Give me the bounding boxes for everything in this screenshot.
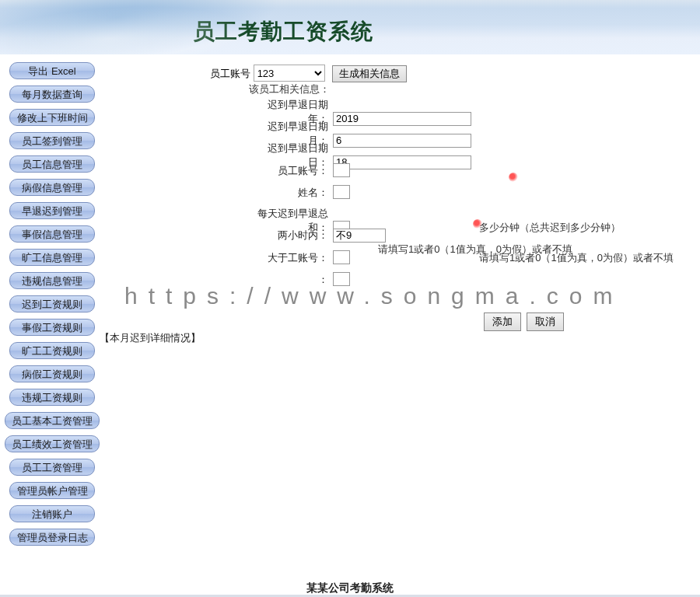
header-banner: 员工考勤工资系统 <box>0 0 700 54</box>
sidebar-item-1[interactable]: 每月数据查询 <box>9 86 95 103</box>
form-input-7[interactable] <box>333 250 350 264</box>
form-row-0: 迟到早退日期年： <box>249 98 700 120</box>
form-input-8[interactable] <box>333 272 350 286</box>
employee-info-label: 该员工相关信息： <box>249 82 330 96</box>
sidebar-item-12[interactable]: 旷工工资规则 <box>9 342 95 359</box>
sidebar-item-19[interactable]: 注销账户 <box>9 505 95 522</box>
sidebar-item-5[interactable]: 病假信息管理 <box>9 179 95 196</box>
form-label: 两小时内： <box>249 229 333 243</box>
sidebar-item-18[interactable]: 管理员帐户管理 <box>9 482 95 499</box>
footer-text: 某某公司考勤系统 <box>0 581 700 595</box>
generate-info-button[interactable]: 生成相关信息 <box>332 65 407 82</box>
form-row-8: ： <box>249 272 700 294</box>
sidebar-item-10[interactable]: 迟到工资规则 <box>9 295 95 312</box>
form-input-6[interactable] <box>333 229 386 243</box>
form-table: 迟到早退日期年：迟到早退日期月：迟到早退日期日：员工账号：姓名：每天迟到早退总和… <box>249 98 700 294</box>
sidebar-item-8[interactable]: 旷工信息管理 <box>9 249 95 266</box>
sidebar-item-14[interactable]: 违规工资规则 <box>9 389 95 406</box>
sidebar-item-7[interactable]: 事假信息管理 <box>9 225 95 243</box>
sidebar-item-6[interactable]: 早退迟到管理 <box>9 202 95 219</box>
cancel-button[interactable]: 取消 <box>527 312 564 331</box>
sidebar-item-15[interactable]: 员工基本工资管理 <box>5 412 100 429</box>
sidebar-item-4[interactable]: 员工信息管理 <box>9 155 95 173</box>
sidebar: 导出 Excel每月数据查询修改上下班时间员工签到管理员工信息管理病假信息管理早… <box>5 62 100 552</box>
add-button[interactable]: 添加 <box>484 312 521 331</box>
form-input-4[interactable] <box>333 185 350 199</box>
form-row-1: 迟到早退日期月： <box>249 120 700 141</box>
account-label: 员工账号 <box>210 67 250 81</box>
form-row-7: 大于工账号：请填写1或者0（1值为真，0为假）或者不填 <box>249 250 700 272</box>
form-hint: 请填写1或者0（1值为真，0为假）或者不填 <box>479 251 674 265</box>
form-actions: 添加 取消 <box>484 312 566 331</box>
account-select-row: 员工账号 123 生成相关信息 <box>210 65 407 82</box>
form-row-5: 每天迟到早退总和：多少分钟（总共迟到多少分钟） <box>249 207 700 229</box>
form-row-3: 员工账号： <box>249 163 700 185</box>
form-input-3[interactable] <box>333 163 350 177</box>
sidebar-item-9[interactable]: 违规信息管理 <box>9 272 95 289</box>
main-area: 员工账号 123 生成相关信息 该员工相关信息： 迟到早退日期年：迟到早退日期月… <box>109 62 700 591</box>
form-row-6: 两小时内：请填写1或者0（1值为真，0为假）或者不填 <box>249 229 700 250</box>
sidebar-item-11[interactable]: 事假工资规则 <box>9 319 95 336</box>
form-row-2: 迟到早退日期日： <box>249 141 700 163</box>
account-select[interactable]: 123 <box>254 65 325 82</box>
section-title: 【本月迟到详细情况】 <box>100 331 201 345</box>
sidebar-item-20[interactable]: 管理员登录日志 <box>9 529 95 546</box>
form-label: 大于工账号： <box>249 251 333 265</box>
form-input-2[interactable] <box>333 155 471 169</box>
form-hint: 多少分钟（总共迟到多少分钟） <box>479 221 621 235</box>
app-title: 员工考勤工资系统 <box>193 17 373 47</box>
sidebar-item-0[interactable]: 导出 Excel <box>9 62 95 79</box>
form-label: 姓名： <box>249 186 333 200</box>
sidebar-item-13[interactable]: 病假工资规则 <box>9 365 95 382</box>
sidebar-item-2[interactable]: 修改上下班时间 <box>9 109 95 126</box>
form-row-4: 姓名： <box>249 185 700 207</box>
form-label: 员工账号： <box>249 164 333 178</box>
sidebar-item-17[interactable]: 员工工资管理 <box>9 459 95 476</box>
sidebar-item-3[interactable]: 员工签到管理 <box>9 132 95 149</box>
form-label: ： <box>249 273 333 287</box>
sidebar-item-16[interactable]: 员工绩效工资管理 <box>5 435 100 452</box>
